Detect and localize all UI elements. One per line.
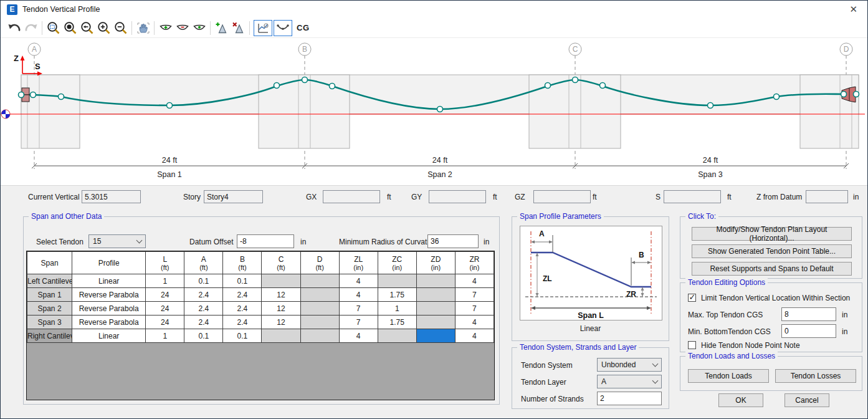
table-cell[interactable]: 0.1 [223, 329, 262, 343]
strands-field[interactable] [597, 392, 662, 405]
table-cell[interactable]: 1 [146, 274, 184, 288]
table-cell[interactable]: 2.4 [223, 315, 262, 329]
tendon-losses-button[interactable]: Tendon Losses [775, 369, 856, 383]
z-from-datum-field[interactable] [806, 190, 848, 203]
limit-vertical-checkbox[interactable] [688, 294, 696, 302]
parabola-view-toggle[interactable] [274, 20, 292, 36]
reset-supports-button[interactable]: Reset Supports and Spans to Default [692, 262, 852, 276]
pan-button[interactable] [135, 20, 151, 36]
table-cell[interactable]: 2.4 [184, 302, 223, 315]
table-cell[interactable]: 0.1 [223, 274, 262, 288]
table-cell[interactable]: Linear [72, 329, 146, 343]
table-cell[interactable]: 4 [455, 329, 494, 343]
max-top-cgs-unit: in [842, 311, 847, 319]
gx-unit: ft [387, 193, 391, 201]
table-cell[interactable]: 1 [146, 329, 184, 343]
table-cell[interactable]: 2.4 [184, 315, 223, 329]
table-cell [416, 302, 455, 315]
row-header[interactable]: Span 1 [27, 288, 72, 302]
tendon-system-value: Unbonded [601, 360, 636, 369]
selected-cell[interactable] [416, 329, 455, 343]
table-cell[interactable]: 1.75 [378, 288, 416, 302]
select-tendon-value: 15 [93, 237, 101, 246]
add-tendon-point-button[interactable] [213, 20, 230, 36]
table-cell[interactable]: 2.4 [223, 288, 262, 302]
min-bottom-cgs-field[interactable] [781, 324, 836, 338]
chevron-down-icon [652, 378, 659, 384]
max-top-cgs-field[interactable] [781, 307, 836, 321]
delete-tendon-point-button[interactable] [230, 20, 247, 36]
table-cell[interactable]: 4 [455, 315, 494, 329]
table-cell[interactable]: 4 [339, 329, 378, 343]
table-cell[interactable]: 2.4 [184, 288, 223, 302]
table-cell[interactable]: 7 [339, 302, 378, 315]
table-cell[interactable]: Reverse Parabola [72, 288, 146, 302]
modify-plan-layout-button[interactable]: Modify/Show Tendon Plan Layout (Horizont… [692, 227, 852, 241]
zoom-previous-button[interactable] [79, 20, 95, 36]
zoom-in-button[interactable] [95, 20, 112, 36]
table-cell[interactable]: 12 [262, 288, 300, 302]
table-cell[interactable]: 0.1 [184, 274, 223, 288]
table-cell[interactable]: 0.1 [184, 329, 223, 343]
show-point-table-button[interactable]: Show Generated Tendon Point Table... [692, 244, 852, 258]
table-cell[interactable]: 1.75 [378, 315, 416, 329]
table-cell[interactable]: 24 [146, 315, 184, 329]
scale-field[interactable] [82, 190, 141, 203]
tendon-layer-dropdown[interactable]: A [597, 375, 662, 388]
cancel-button[interactable]: Cancel [785, 393, 829, 407]
table-cell [262, 329, 300, 343]
add-tendon-point-icon [214, 21, 229, 36]
close-icon[interactable]: ✕ [846, 4, 861, 15]
gz-field[interactable] [533, 190, 591, 203]
ok-button[interactable]: OK [718, 393, 763, 407]
s-field[interactable] [664, 190, 721, 203]
select-tendon-dropdown[interactable]: 15 [88, 234, 146, 248]
tendon-system-dropdown[interactable]: Unbonded [597, 358, 662, 372]
row-header[interactable]: Left Cantilever [27, 274, 72, 288]
table-cell[interactable]: 7 [455, 288, 494, 302]
row-header[interactable]: Span 2 [27, 302, 72, 315]
delete-span-button[interactable] [174, 20, 191, 36]
show-span-point-button[interactable] [191, 20, 207, 36]
z-axis-label: Z [14, 54, 19, 63]
profile-view-toggle[interactable] [254, 20, 272, 36]
min-radius-field[interactable] [427, 234, 479, 248]
table-cell [378, 329, 416, 343]
table-cell[interactable]: 7 [339, 315, 378, 329]
table-cell[interactable]: 24 [146, 302, 184, 315]
table-cell[interactable]: 24 [146, 288, 184, 302]
tendon-loads-button[interactable]: Tendon Loads [688, 369, 769, 383]
editing-options-title: Tendon Editing Options [685, 278, 768, 287]
zoom-window-icon [46, 21, 61, 36]
table-cell[interactable]: 4 [339, 288, 378, 302]
row-header[interactable]: Right Cantilever [27, 329, 72, 343]
zoom-out-button[interactable] [112, 20, 129, 36]
gy-field[interactable] [429, 190, 486, 203]
table-cell[interactable]: 2.4 [223, 302, 262, 315]
undo-button[interactable] [6, 20, 22, 36]
table-cell[interactable]: 1 [378, 302, 416, 315]
zoom-all-button[interactable] [62, 20, 79, 36]
table-cell[interactable]: 12 [262, 302, 300, 315]
table-cell[interactable]: 4 [455, 274, 494, 288]
gx-field[interactable] [323, 190, 380, 203]
toolbar-separator [154, 21, 155, 35]
table-cell[interactable]: Reverse Parabola [72, 315, 146, 329]
hide-node-note-checkbox[interactable] [688, 341, 696, 349]
table-cell[interactable]: 7 [455, 302, 494, 315]
insert-span-button[interactable] [157, 20, 174, 36]
table-cell[interactable]: Linear [72, 274, 146, 288]
table-cell[interactable]: 12 [262, 315, 300, 329]
datum-offset-label: Datum Offset [189, 238, 233, 246]
titlebar: E Tendon Vertical Profile ✕ [1, 1, 867, 18]
table-cell[interactable]: Reverse Parabola [72, 302, 146, 315]
datum-offset-field[interactable] [237, 234, 294, 248]
cg-toggle[interactable]: CG [297, 23, 310, 32]
redo-button[interactable] [22, 20, 39, 36]
profile-canvas[interactable]: 24 ft 24 ft 24 ft Span 1 Span 2 Span 3 Z… [1, 38, 868, 185]
row-header[interactable]: Span 3 [27, 315, 72, 329]
story-field[interactable] [204, 190, 263, 203]
zoom-window-button[interactable] [45, 20, 62, 36]
table-cell[interactable]: 4 [339, 274, 378, 288]
diagram-zl-label: ZL [543, 274, 552, 283]
